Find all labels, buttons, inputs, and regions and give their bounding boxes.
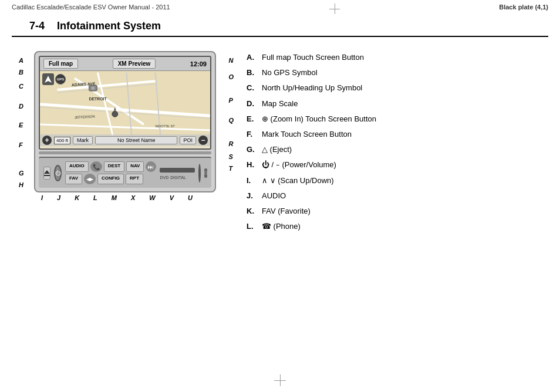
label-J: J bbox=[57, 194, 60, 201]
phone-button[interactable]: 📞 bbox=[90, 161, 102, 172]
ref-item-A: A. Full map Touch Screen Button bbox=[247, 52, 548, 63]
zoom-out-button[interactable]: − bbox=[198, 136, 208, 145]
page-footer bbox=[274, 374, 286, 386]
header-center bbox=[329, 4, 340, 14]
config-button[interactable]: CONFIG bbox=[97, 174, 124, 184]
ref-item-I: I. ∧ ∨ (Scan Up/Down) bbox=[247, 175, 548, 186]
label-P: P bbox=[228, 97, 234, 104]
ctrl-row-top: AUDIO 📞 DEST NAV ⏭ bbox=[65, 161, 156, 172]
label-C: C bbox=[19, 83, 24, 90]
power-volume-knob[interactable]: ⏻ bbox=[54, 165, 62, 181]
nav-knob[interactable] bbox=[198, 164, 201, 183]
ref-letter-B: B. bbox=[247, 67, 257, 78]
gps-icon-area: GPS bbox=[42, 73, 66, 85]
map-scale-display: 400 ft bbox=[54, 137, 70, 144]
label-E: E bbox=[19, 121, 24, 129]
media-slots: DVD DIGITAL bbox=[160, 167, 195, 180]
header-left-text: Cadillac Escalade/Escalade ESV Owner Man… bbox=[12, 4, 170, 11]
ref-letter-H: H. bbox=[247, 160, 257, 170]
slot-labels: DVD DIGITAL bbox=[160, 175, 195, 180]
left-side-labels: A B C D E F G H bbox=[19, 57, 24, 188]
footer-crosshair-icon bbox=[274, 374, 286, 386]
ref-text-G: △ (Eject) bbox=[262, 144, 292, 155]
diagram-area: A B C D E F G H Full map XM Preview 12:0… bbox=[18, 46, 235, 236]
screen-toolbar: Full map XM Preview 12:09 bbox=[40, 57, 210, 71]
digital-label: DIGITAL bbox=[170, 175, 186, 180]
audio-button[interactable]: AUDIO bbox=[65, 161, 89, 172]
ref-text-D: Map Scale bbox=[262, 99, 298, 109]
svg-marker-18 bbox=[45, 76, 52, 83]
ref-letter-D: D. bbox=[247, 99, 257, 109]
label-L: L bbox=[93, 194, 97, 201]
ref-letter-E: E. bbox=[247, 114, 257, 124]
label-S: S bbox=[228, 153, 234, 160]
gps-label: GPS bbox=[55, 74, 66, 85]
scan-icon: ◀▶ bbox=[86, 177, 93, 182]
ref-text-B: No GPS Symbol bbox=[262, 67, 318, 78]
ref-letter-G: G. bbox=[247, 144, 257, 155]
page-header: Cadillac Escalade/Escalade ESV Owner Man… bbox=[0, 0, 560, 14]
ref-item-G: G. △ (Eject) bbox=[247, 144, 548, 155]
label-R: R bbox=[228, 140, 234, 147]
ref-letter-K: K. bbox=[247, 206, 257, 217]
label-W: W bbox=[149, 194, 155, 201]
label-X: X bbox=[131, 194, 135, 201]
ref-letter-L: L. bbox=[247, 221, 257, 232]
label-T: T bbox=[228, 165, 234, 172]
ref-text-J: AUDIO bbox=[262, 191, 286, 201]
xm-preview-button[interactable]: XM Preview bbox=[113, 59, 156, 69]
zoom-in-button[interactable]: + bbox=[42, 136, 52, 145]
full-map-button[interactable]: Full map bbox=[43, 59, 78, 69]
map-content: ADAMS AVE DETROIT JEFFERSON NDOTTE ST bbox=[40, 71, 210, 146]
sd-icon: □ bbox=[204, 171, 207, 175]
label-V: V bbox=[170, 194, 174, 201]
label-A: A bbox=[19, 57, 24, 64]
label-M: M bbox=[112, 194, 117, 201]
controls-section: ⏻ AUDIO 📞 DEST NAV ⏭ FAV bbox=[39, 157, 211, 188]
eject-triangle-icon bbox=[44, 170, 50, 174]
ref-item-L: L. ☎ (Phone) bbox=[247, 221, 548, 232]
phone-icon: 📞 bbox=[93, 164, 100, 170]
header-crosshair-icon bbox=[329, 4, 340, 14]
svg-text:NDOTTE ST: NDOTTE ST bbox=[156, 124, 176, 128]
infotainment-device: Full map XM Preview 12:09 bbox=[34, 51, 216, 192]
black-plate-label: Black plate (4,1) bbox=[499, 4, 548, 11]
control-buttons-grid: AUDIO 📞 DEST NAV ⏭ FAV ◀▶ CONFIG bbox=[65, 161, 156, 184]
page-title-area: 7-4 Infotainment System bbox=[12, 14, 548, 37]
ref-text-I: ∧ ∨ (Scan Up/Down) bbox=[262, 175, 334, 186]
dvd-label: DVD bbox=[160, 175, 168, 180]
ref-item-E: E. ⊕ (Zoom In) Touch Screen Button bbox=[247, 114, 548, 124]
nav-symbol-icon bbox=[42, 73, 54, 85]
ref-item-K: K. FAV (Favorite) bbox=[247, 206, 548, 217]
right-side-labels: N O P Q R S T bbox=[228, 57, 234, 172]
ref-letter-A: A. bbox=[247, 52, 257, 63]
dest-button[interactable]: DEST bbox=[104, 161, 124, 172]
svg-point-17 bbox=[91, 86, 95, 90]
slot-1 bbox=[160, 168, 195, 173]
ref-text-E: ⊕ (Zoom In) Touch Screen Button bbox=[262, 114, 376, 124]
fav-button[interactable]: FAV bbox=[65, 174, 82, 184]
label-K: K bbox=[75, 194, 79, 201]
ref-text-H: ⏻ / ‒ (Power/Volume) bbox=[262, 160, 336, 170]
mark-button[interactable]: Mark bbox=[73, 136, 93, 144]
time-display: 12:09 bbox=[190, 60, 207, 67]
label-O: O bbox=[228, 73, 234, 80]
no-street-name-button[interactable]: No Street Name bbox=[95, 136, 177, 144]
scan-button[interactable]: ◀▶ bbox=[84, 174, 96, 184]
ref-text-K: FAV (Favorite) bbox=[262, 206, 311, 217]
ref-item-D: D. Map Scale bbox=[247, 99, 548, 109]
label-D: D bbox=[19, 103, 24, 110]
ref-item-F: F. Mark Touch Screen Button bbox=[247, 129, 548, 140]
svg-point-14 bbox=[112, 111, 118, 117]
sd-slot: □ bbox=[204, 168, 207, 178]
poi-button[interactable]: POI bbox=[180, 136, 196, 144]
nav-arrow-icon bbox=[43, 75, 53, 84]
label-Q: Q bbox=[228, 117, 234, 124]
chapter-number: 7-4 bbox=[29, 20, 45, 32]
skip-button[interactable]: ⏭ bbox=[146, 161, 156, 172]
nav-button[interactable]: NAV bbox=[126, 161, 144, 172]
eject-button[interactable] bbox=[43, 167, 50, 180]
main-content: A B C D E F G H Full map XM Preview 12:0… bbox=[0, 37, 560, 242]
ref-item-C: C. North Up/Heading Up Symbol bbox=[247, 83, 548, 93]
rpt-button[interactable]: RPT bbox=[126, 174, 143, 184]
